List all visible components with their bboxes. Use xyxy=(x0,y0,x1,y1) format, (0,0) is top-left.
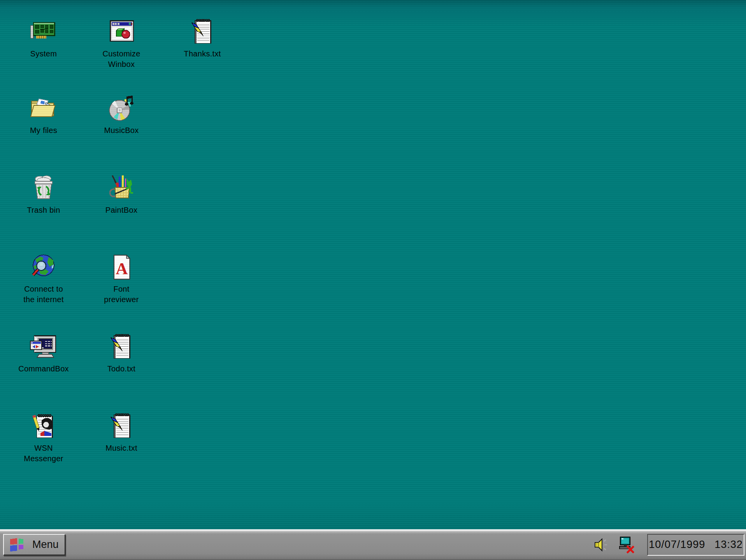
notepad-pen-icon xyxy=(188,17,217,47)
paint-cup-icon xyxy=(107,173,136,203)
notepad-pen-icon xyxy=(107,332,136,362)
menu-button-label: Menu xyxy=(32,539,59,551)
font-page-a-icon xyxy=(107,252,136,282)
desktop-icon-trash-bin[interactable]: Trash bin xyxy=(7,173,81,215)
desktop-icon-customize-winbox[interactable]: Customize Winbox xyxy=(84,17,158,70)
winbox-window-icon xyxy=(107,17,136,47)
system-tray xyxy=(593,536,635,554)
menu-button[interactable]: Menu xyxy=(3,534,65,555)
messenger-notepad-icon xyxy=(29,411,58,441)
desktop-icon-label: Music.txt xyxy=(105,443,137,453)
desktop-icon-label: CommandBox xyxy=(18,364,69,374)
desktop-icon-thanks-txt[interactable]: Thanks.txt xyxy=(165,17,239,59)
desktop-icon-label: PaintBox xyxy=(105,205,137,215)
monitor-window-icon xyxy=(29,332,58,362)
clock-date: 10/07/1999 xyxy=(649,539,705,551)
desktop-icon-label: Font previewer xyxy=(104,284,139,305)
desktop-icon-label: Thanks.txt xyxy=(184,49,221,59)
desktop-icon-musicbox[interactable]: MusicBox xyxy=(84,94,158,136)
desktop-icon-font-previewer[interactable]: Font previewer xyxy=(84,252,158,305)
desktop-icon-my-files[interactable]: My files xyxy=(7,94,81,136)
taskbar: Menu 10/07/1999 13:32 xyxy=(0,529,746,560)
trash-recycle-icon xyxy=(29,173,58,203)
desktop-icon-paintbox[interactable]: PaintBox xyxy=(84,173,158,215)
globe-magnifier-icon xyxy=(29,252,58,282)
clock-time: 13:32 xyxy=(714,539,743,551)
desktop-icon-label: Customize Winbox xyxy=(102,49,140,70)
desktop-icon-music-txt[interactable]: Music.txt xyxy=(84,411,158,453)
desktop-icon-system[interactable]: System xyxy=(7,17,81,59)
notepad-pen-icon xyxy=(107,411,136,441)
network-disconnected-icon[interactable] xyxy=(618,536,635,554)
cd-music-note-icon xyxy=(107,94,136,123)
desktop-icon-label: MusicBox xyxy=(104,125,139,136)
desktop-icon-label: Todo.txt xyxy=(107,364,135,374)
desktop-icon-label: My files xyxy=(30,125,57,136)
desktop-icon-label: Connect to the internet xyxy=(23,284,64,305)
desktop-icon-label: WSN Messenger xyxy=(24,443,63,464)
desktop-background: System Customize Winbox Thanks.txt My fi… xyxy=(0,0,746,529)
volume-speaker-icon[interactable] xyxy=(593,536,611,553)
desktop-icon-label: System xyxy=(30,49,57,59)
desktop-icon-connect-internet[interactable]: Connect to the internet xyxy=(7,252,81,305)
desktop-icon-label: Trash bin xyxy=(27,205,60,215)
folder-files-icon xyxy=(29,94,58,123)
winbox-flag-icon xyxy=(9,537,26,552)
network-card-icon xyxy=(29,17,58,47)
desktop-icon-todo-txt[interactable]: Todo.txt xyxy=(84,332,158,374)
taskbar-clock[interactable]: 10/07/1999 13:32 xyxy=(647,534,744,556)
desktop-icon-commandbox[interactable]: CommandBox xyxy=(7,332,81,374)
desktop-icon-wsn-messenger[interactable]: WSN Messenger xyxy=(7,411,81,464)
